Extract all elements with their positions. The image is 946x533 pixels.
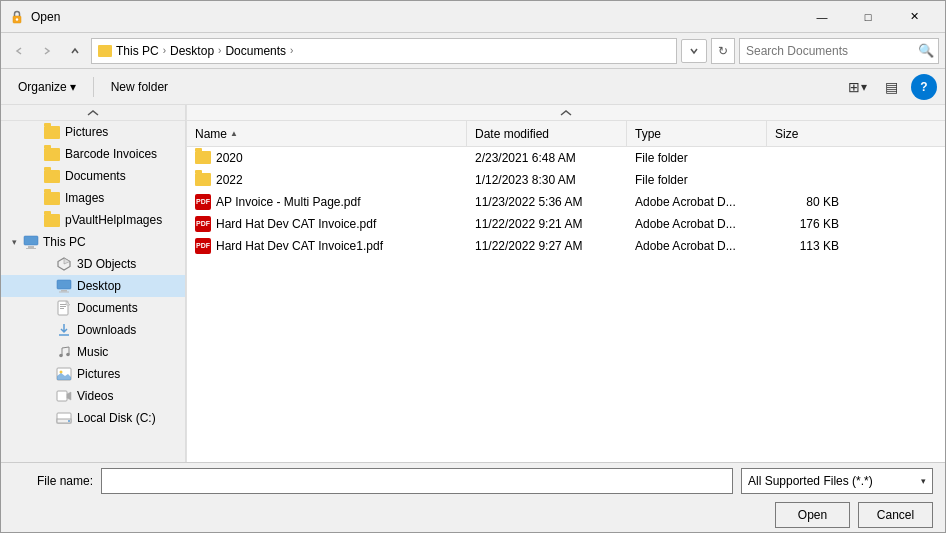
- sidebar-item-images[interactable]: Images: [1, 187, 185, 209]
- search-input[interactable]: [746, 44, 918, 58]
- sidebar-spacer: [1, 429, 185, 459]
- dialog-title: Open: [31, 10, 799, 24]
- sidebar-item-videos[interactable]: Videos: [1, 385, 185, 407]
- new-folder-button[interactable]: New folder: [102, 74, 177, 100]
- sidebar-item-music[interactable]: Music: [1, 341, 185, 363]
- desktop-icon: [56, 279, 72, 293]
- drive-icon: [56, 411, 72, 425]
- file-size-cell: 80 KB: [767, 191, 847, 212]
- sidebar-item-this-pc[interactable]: ▾ This PC: [1, 231, 185, 253]
- forward-button[interactable]: [35, 39, 59, 63]
- pictures-icon: [56, 366, 72, 382]
- minimize-button[interactable]: —: [799, 1, 845, 33]
- docs-icon2: [56, 300, 72, 316]
- sidebar-item-desktop[interactable]: Desktop: [1, 275, 185, 297]
- pane-button[interactable]: ▤: [880, 74, 903, 100]
- svg-point-16: [59, 354, 63, 358]
- sidebar-item-downloads[interactable]: Downloads: [1, 319, 185, 341]
- sidebar-label-pictures: Pictures: [65, 125, 108, 139]
- open-dialog: Open — □ ✕ This PC › Desktop ›: [0, 0, 946, 533]
- file-name-cell: PDF AP Invoice - Multi Page.pdf: [187, 191, 467, 212]
- folder-icon-documents: [44, 170, 60, 183]
- svg-marker-21: [67, 392, 71, 400]
- view-button[interactable]: ⊞ ▾: [843, 74, 872, 100]
- svg-point-24: [68, 420, 70, 422]
- filetype-select[interactable]: All Supported Files (*.*) ▾: [741, 468, 933, 494]
- close-button[interactable]: ✕: [891, 1, 937, 33]
- sidebar-label-videos: Videos: [77, 389, 113, 403]
- bottom-bar: File name: All Supported Files (*.*) ▾ O…: [1, 462, 945, 532]
- file-list-header: Name ▲ Date modified Type Size: [187, 121, 945, 147]
- open-button[interactable]: Open: [775, 502, 850, 528]
- cancel-button[interactable]: Cancel: [858, 502, 933, 528]
- folder-icon-images: [44, 192, 60, 205]
- col-header-type[interactable]: Type: [627, 121, 767, 146]
- 3d-icon: [56, 256, 72, 272]
- file-name-text: Hard Hat Dev CAT Invoice.pdf: [216, 217, 376, 231]
- file-date-cell: 2/23/2021 6:48 AM: [467, 147, 627, 168]
- file-name-cell: 2020: [187, 147, 467, 168]
- back-button[interactable]: [7, 39, 31, 63]
- window-controls: — □ ✕: [799, 1, 937, 33]
- svg-rect-20: [57, 391, 67, 401]
- file-name-cell: PDF Hard Hat Dev CAT Invoice1.pdf: [187, 235, 467, 256]
- file-size-cell: 113 KB: [767, 235, 847, 256]
- col-header-name[interactable]: Name ▲: [187, 121, 467, 146]
- help-button[interactable]: ?: [911, 74, 937, 100]
- file-name-cell: PDF Hard Hat Dev CAT Invoice.pdf: [187, 213, 467, 234]
- filename-label: File name:: [13, 474, 93, 488]
- address-path[interactable]: This PC › Desktop › Documents ›: [91, 38, 677, 64]
- main-content: Pictures Barcode Invoices Documents Imag…: [1, 105, 945, 462]
- up-button[interactable]: [63, 39, 87, 63]
- table-row[interactable]: PDF Hard Hat Dev CAT Invoice.pdf 11/22/2…: [187, 213, 945, 235]
- svg-marker-6: [64, 258, 70, 264]
- sidebar-item-pvault[interactable]: pVaultHelpImages: [1, 209, 185, 231]
- sidebar-scroll: Pictures Barcode Invoices Documents Imag…: [1, 105, 186, 462]
- toolbar: Organize ▾ New folder ⊞ ▾ ▤ ?: [1, 69, 945, 105]
- sidebar-item-barcode-invoices[interactable]: Barcode Invoices: [1, 143, 185, 165]
- maximize-button[interactable]: □: [845, 1, 891, 33]
- sidebar-item-pictures[interactable]: Pictures: [1, 121, 185, 143]
- table-row[interactable]: 2022 1/12/2023 8:30 AM File folder: [187, 169, 945, 191]
- file-date-cell: 11/22/2022 9:27 AM: [467, 235, 627, 256]
- organize-button[interactable]: Organize ▾: [9, 74, 85, 100]
- sidebar-label-3d: 3D Objects: [77, 257, 136, 271]
- file-rows-container: 2020 2/23/2021 6:48 AM File folder 2022 …: [187, 147, 945, 257]
- folder-icon-pictures: [44, 126, 60, 139]
- path-part-2: Documents: [225, 44, 286, 58]
- file-size-cell: 176 KB: [767, 213, 847, 234]
- toolbar-separator: [93, 77, 94, 97]
- col-header-size[interactable]: Size: [767, 121, 847, 146]
- folder-icon-barcode: [44, 148, 60, 161]
- dropdown-arrow-button[interactable]: [681, 39, 707, 63]
- svg-point-1: [16, 18, 18, 20]
- pc-icon: [23, 235, 39, 249]
- sidebar-item-local-disk[interactable]: Local Disk (C:): [1, 407, 185, 429]
- sidebar-item-documents[interactable]: Documents: [1, 165, 185, 187]
- scroll-up-indicator[interactable]: [1, 105, 185, 121]
- path-part-0: This PC: [116, 44, 159, 58]
- svg-point-17: [66, 353, 70, 357]
- sidebar-label-downloads: Downloads: [77, 323, 136, 337]
- folder-icon: [195, 173, 211, 186]
- table-row[interactable]: PDF AP Invoice - Multi Page.pdf 11/23/20…: [187, 191, 945, 213]
- sidebar-label-pvault: pVaultHelpImages: [65, 213, 162, 227]
- sidebar-item-pictures2[interactable]: Pictures: [1, 363, 185, 385]
- col-header-date[interactable]: Date modified: [467, 121, 627, 146]
- sidebar-item-documents2[interactable]: Documents: [1, 297, 185, 319]
- address-bar: This PC › Desktop › Documents › ↻ 🔍: [1, 33, 945, 69]
- table-row[interactable]: 2020 2/23/2021 6:48 AM File folder: [187, 147, 945, 169]
- svg-rect-4: [26, 248, 36, 249]
- file-list-scroll-up[interactable]: [187, 105, 945, 121]
- music-icon: [56, 344, 72, 360]
- filename-input[interactable]: [101, 468, 733, 494]
- refresh-button[interactable]: ↻: [711, 38, 735, 64]
- sidebar-item-3dobjects[interactable]: 3D Objects: [1, 253, 185, 275]
- downloads-icon: [56, 322, 72, 338]
- path-part-1: Desktop: [170, 44, 214, 58]
- table-row[interactable]: PDF Hard Hat Dev CAT Invoice1.pdf 11/22/…: [187, 235, 945, 257]
- file-type-cell: File folder: [627, 147, 767, 168]
- search-box[interactable]: 🔍: [739, 38, 939, 64]
- expand-arrow-thispc: ▾: [9, 237, 19, 247]
- action-row: Open Cancel: [13, 502, 933, 528]
